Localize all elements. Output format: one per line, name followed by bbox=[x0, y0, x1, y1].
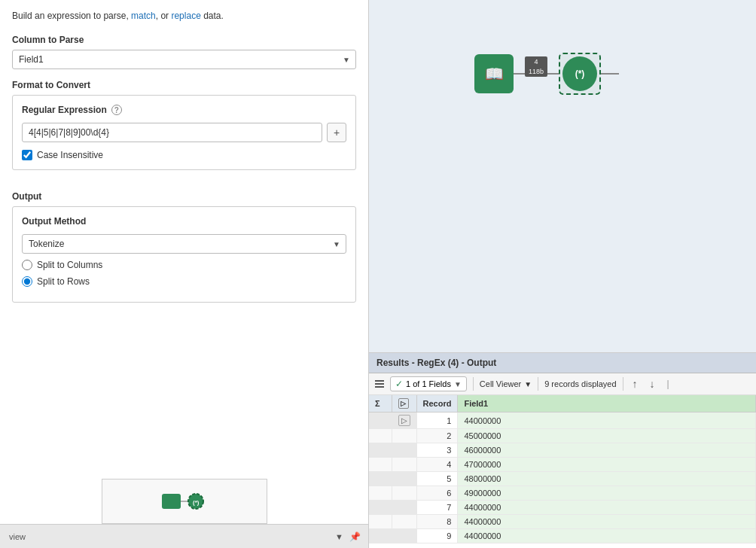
checkmark-icon: ✓ bbox=[395, 379, 403, 389]
record-cell: 1 bbox=[416, 413, 458, 429]
field1-column-header: Field1 bbox=[458, 395, 756, 413]
toolbar-divider-1 bbox=[473, 377, 474, 391]
table-row[interactable]: 844000000 bbox=[369, 515, 756, 529]
fields-selector[interactable]: ✓ 1 of 1 Fields ▼ bbox=[390, 376, 467, 391]
input-node[interactable]: 📖 bbox=[474, 54, 514, 93]
output-label: Output bbox=[12, 191, 356, 202]
record-cell: 5 bbox=[416, 472, 458, 486]
col-icon-cell bbox=[392, 472, 416, 486]
output-method-label: Output Method bbox=[22, 216, 346, 227]
record-cell: 8 bbox=[416, 515, 458, 529]
connector: 4118b bbox=[514, 73, 559, 75]
cell-viewer-label: Cell Viewer bbox=[480, 379, 521, 388]
split-to-rows-label: Split to Rows bbox=[37, 276, 90, 287]
table-icon-col-header: ▷ bbox=[392, 395, 416, 413]
table-row[interactable]: 944000000 bbox=[369, 529, 756, 543]
split-to-columns-radio[interactable] bbox=[22, 260, 32, 270]
connector-badge: 4118b bbox=[525, 56, 547, 77]
column-to-parse-select[interactable]: Field1 bbox=[12, 50, 356, 69]
sum-cell bbox=[369, 429, 392, 443]
results-toolbar: ✓ 1 of 1 Fields ▼ Cell Viewer ▼ 9 record… bbox=[369, 373, 756, 395]
output-method-select[interactable]: Tokenize bbox=[22, 234, 346, 254]
record-cell: 2 bbox=[416, 429, 458, 443]
sum-cell bbox=[369, 515, 392, 529]
field1-cell: 49000000 bbox=[458, 486, 756, 501]
table-row[interactable]: ▷144000000 bbox=[369, 413, 756, 429]
view-label: view bbox=[9, 532, 26, 541]
description-text: Build an expression to parse, match, or … bbox=[12, 9, 356, 23]
col-icon-cell bbox=[392, 458, 416, 472]
fields-count-label: 1 of 1 Fields bbox=[406, 379, 451, 388]
col-icon-cell bbox=[392, 486, 416, 501]
sum-cell bbox=[369, 486, 392, 501]
minimap-svg: (*) bbox=[147, 486, 222, 516]
field1-cell: 44000000 bbox=[458, 501, 756, 515]
add-regex-button[interactable]: + bbox=[327, 123, 346, 142]
col-icon-button[interactable]: ▷ bbox=[398, 415, 410, 426]
record-cell: 4 bbox=[416, 458, 458, 472]
split-to-rows-radio[interactable] bbox=[22, 276, 32, 287]
sum-cell bbox=[369, 458, 392, 472]
field1-cell: 44000000 bbox=[458, 515, 756, 529]
col-icon-cell bbox=[392, 501, 416, 515]
sum-cell bbox=[369, 501, 392, 515]
minimap: (*) bbox=[102, 479, 267, 524]
table-row[interactable]: 649000000 bbox=[369, 486, 756, 501]
records-count: 9 records displayed bbox=[544, 379, 616, 388]
cell-viewer-arrow: ▼ bbox=[524, 380, 532, 388]
input-node-icon: 📖 bbox=[485, 65, 504, 83]
flow-nodes: 📖 4118b (*) bbox=[474, 53, 619, 95]
col-icon-cell bbox=[392, 515, 416, 529]
case-insensitive-label: Case Insensitive bbox=[37, 150, 103, 160]
field1-cell: 46000000 bbox=[458, 443, 756, 458]
fields-dropdown-arrow: ▼ bbox=[454, 380, 462, 388]
toolbar-divider-3 bbox=[623, 377, 623, 391]
fields-column-selector-icon[interactable] bbox=[375, 380, 384, 388]
svg-text:(*): (*) bbox=[193, 499, 200, 506]
toolbar-end-divider: | bbox=[667, 379, 669, 389]
table-row[interactable]: 447000000 bbox=[369, 458, 756, 472]
results-table: Σ ▷ Record Field1 ▷144000000245000000346… bbox=[369, 395, 756, 543]
split-to-columns-label: Split to Columns bbox=[37, 260, 102, 270]
help-icon[interactable]: ? bbox=[111, 105, 122, 115]
sum-cell bbox=[369, 529, 392, 543]
column-to-parse-label: Column to Parse bbox=[12, 35, 356, 45]
table-row[interactable]: 245000000 bbox=[369, 429, 756, 443]
table-row[interactable]: 346000000 bbox=[369, 443, 756, 458]
case-insensitive-checkbox[interactable] bbox=[22, 150, 32, 160]
field1-cell: 44000000 bbox=[458, 413, 756, 429]
regular-expression-label: Regular Expression bbox=[22, 105, 107, 115]
col-icon-cell bbox=[392, 429, 416, 443]
sum-cell bbox=[369, 413, 392, 429]
field1-cell: 47000000 bbox=[458, 458, 756, 472]
field1-cell: 45000000 bbox=[458, 429, 756, 443]
regex-node-wrapper[interactable]: (*) bbox=[559, 53, 601, 95]
regex-node: (*) bbox=[562, 56, 597, 91]
field1-cell: 44000000 bbox=[458, 529, 756, 543]
results-table-container[interactable]: Σ ▷ Record Field1 ▷144000000245000000346… bbox=[369, 395, 756, 548]
col-icon-cell: ▷ bbox=[392, 413, 416, 429]
svg-rect-0 bbox=[162, 494, 181, 509]
view-dropdown[interactable]: ▼ bbox=[335, 532, 343, 541]
record-cell: 6 bbox=[416, 486, 458, 501]
table-row[interactable]: 744000000 bbox=[369, 501, 756, 515]
table-row[interactable]: 548000000 bbox=[369, 472, 756, 486]
format-to-convert-label: Format to Convert bbox=[12, 80, 356, 90]
nav-down-button[interactable]: ↓ bbox=[647, 376, 658, 391]
pin-button[interactable]: 📌 bbox=[348, 530, 362, 543]
record-cell: 9 bbox=[416, 529, 458, 543]
nav-up-button[interactable]: ↑ bbox=[629, 376, 641, 391]
sum-cell bbox=[369, 443, 392, 458]
results-header: Results - RegEx (4) - Output bbox=[369, 353, 756, 373]
output-connector bbox=[601, 73, 619, 75]
sum-cell bbox=[369, 472, 392, 486]
record-cell: 3 bbox=[416, 443, 458, 458]
toolbar-divider-2 bbox=[538, 377, 538, 391]
results-panel: Results - RegEx (4) - Output ✓ 1 of 1 Fi… bbox=[369, 352, 756, 548]
record-column-header: Record bbox=[416, 395, 458, 413]
cell-viewer-button[interactable]: Cell Viewer ▼ bbox=[480, 379, 532, 388]
record-cell: 7 bbox=[416, 501, 458, 515]
regex-input[interactable] bbox=[22, 123, 322, 142]
sum-col-header: Σ bbox=[369, 395, 392, 413]
canvas-area: 📖 4118b (*) bbox=[369, 0, 756, 352]
